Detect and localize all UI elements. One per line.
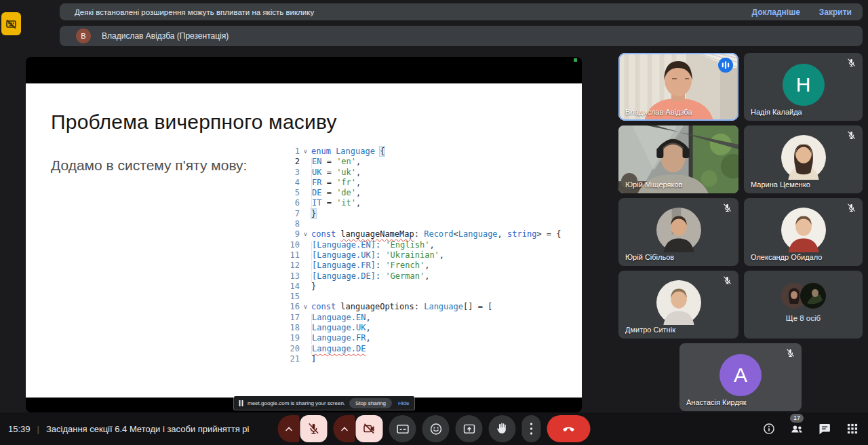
mic-off-icon	[846, 130, 856, 140]
participant-tile[interactable]: ААнастасія Кирдяк	[679, 343, 802, 411]
participant-tile[interactable]: Юрій Сібільов	[618, 198, 738, 266]
code-line: 16∨const languageOptions: Language[] = [	[283, 302, 575, 312]
participant-name: Юрій Міщеряков	[625, 180, 682, 189]
mic-off-icon	[722, 275, 732, 286]
participant-name: Владислав Авідзба	[625, 108, 692, 116]
presenter-bar: В Владислав Авідзба (Презентація)	[60, 26, 863, 46]
participant-name: Юрій Сібільов	[625, 253, 674, 261]
chat-icon	[818, 422, 831, 436]
meeting-details-button[interactable]	[760, 420, 778, 438]
vertical-dots-icon	[526, 422, 537, 436]
call-end-icon	[561, 421, 577, 437]
fold-chevron-icon[interactable]: ∨	[300, 229, 311, 239]
mic-mute-button[interactable]	[300, 415, 328, 442]
mic-off-icon	[846, 58, 856, 68]
banner-more-link[interactable]: Докладніше	[751, 7, 800, 17]
chrome-share-bar: meet.google.com is sharing your screen. …	[234, 396, 414, 410]
people-icon	[789, 421, 804, 436]
people-button[interactable]: 17	[788, 420, 806, 438]
google-meet-window: Деякі встановлені розширення можуть впли…	[0, 0, 868, 445]
fold-chevron-icon[interactable]: ∨	[300, 302, 311, 312]
chevron-up-icon	[340, 427, 348, 431]
code-line: 19Language.FR,	[283, 333, 575, 343]
banner-close-link[interactable]: Закрити	[819, 7, 852, 17]
code-line: 4FR = 'fr',	[283, 178, 575, 188]
participant-tile[interactable]: Дмитро Ситнік	[618, 271, 738, 338]
code-line: 11[Language.UK]: 'Ukrainian',	[283, 250, 575, 260]
participant-name: Марина Цеменко	[751, 180, 810, 189]
captions-icon	[395, 422, 410, 436]
mic-options-chevron[interactable]	[278, 415, 300, 442]
camera-off-icon	[363, 422, 376, 436]
participant-name: Дмитро Ситнік	[625, 326, 675, 334]
participants-count-badge: 17	[790, 414, 804, 423]
extensions-warning-banner: Деякі встановлені розширення можуть впли…	[60, 3, 863, 20]
avatar: Н	[783, 64, 825, 106]
overflow-count-label: Ще 8 осіб	[744, 314, 863, 322]
slide-title: Проблема вичерпного масиву	[51, 111, 337, 134]
smiley-icon	[429, 422, 443, 436]
chevron-up-icon	[285, 427, 292, 431]
chat-button[interactable]	[816, 420, 833, 438]
code-line: 2EN = 'en',	[283, 157, 575, 167]
participant-tile[interactable]: Ще 8 осіб	[744, 271, 863, 338]
stop-sharing-button[interactable]: Stop sharing	[349, 398, 392, 408]
code-line: 18Language.UK,	[283, 323, 575, 333]
code-line: 1∨enum Language {	[283, 147, 575, 157]
bottom-bar: 15:39 | Засідання секції 6.4 Методи і за…	[0, 412, 868, 445]
mic-off-icon	[846, 203, 856, 213]
captions-button[interactable]	[389, 415, 416, 442]
camera-off-button[interactable]	[356, 415, 383, 442]
code-line: 14}	[283, 282, 575, 292]
code-line: 10[Language.EN]: 'English',	[283, 240, 575, 250]
code-line: 9∨const languageNameMap: Record<Language…	[283, 229, 575, 239]
clock: 15:39	[8, 424, 31, 434]
keyboard-off-icon	[5, 18, 17, 30]
presenter-avatar: В	[76, 28, 91, 43]
raise-hand-button[interactable]	[489, 415, 516, 442]
fold-chevron-icon[interactable]: ∨	[300, 147, 311, 157]
participant-tile[interactable]: Юрій Міщеряков	[618, 125, 738, 193]
activities-button[interactable]	[844, 420, 861, 438]
code-line: 13[Language.DE]: 'German',	[283, 271, 575, 282]
code-line: 12[Language.FR]: 'French',	[283, 260, 575, 271]
participants-grid: Владислав АвідзбаННадія КалайдаЮрій Міще…	[618, 53, 863, 411]
participant-tile[interactable]: Владислав Авідзба	[618, 53, 738, 121]
reactions-button[interactable]	[422, 415, 450, 442]
presentation-active-dot	[574, 58, 577, 62]
hide-share-bar-button[interactable]: Hide	[396, 400, 411, 406]
info-icon	[762, 422, 776, 436]
camera-options-chevron[interactable]	[334, 415, 355, 442]
code-editor: 1∨enum Language {2EN = 'en',3UK = 'uk',4…	[283, 147, 575, 364]
presenter-name: Владислав Авідзба (Презентація)	[102, 31, 229, 41]
avatar: А	[719, 354, 762, 396]
slide: Проблема вичерпного масиву Додамо в сист…	[26, 83, 582, 398]
avatar	[781, 135, 826, 180]
participant-tile[interactable]: Олександр Обидало	[744, 198, 863, 266]
avatar	[781, 208, 826, 252]
code-line: 8	[283, 219, 575, 229]
code-line: 15	[283, 292, 575, 302]
participant-tile[interactable]: ННадія Калайда	[744, 53, 863, 121]
hand-icon	[496, 422, 509, 436]
participant-name: Олександр Обидало	[751, 253, 822, 261]
code-line: 21]	[283, 354, 575, 364]
banner-text: Деякі встановлені розширення можуть впли…	[75, 8, 314, 16]
code-line: 17Language.EN,	[283, 313, 575, 323]
pause-icon	[239, 400, 243, 406]
more-options-button[interactable]	[522, 415, 541, 442]
camera-control	[334, 415, 383, 442]
separator: |	[37, 424, 39, 434]
code-line: 7}	[283, 209, 575, 219]
present-screen-button[interactable]	[456, 415, 483, 442]
participant-tile[interactable]: Марина Цеменко	[744, 125, 863, 193]
call-controls	[278, 415, 591, 442]
participant-name: Анастасія Кирдяк	[686, 398, 747, 406]
end-call-button[interactable]	[547, 415, 591, 442]
participant-name: Надія Калайда	[751, 108, 802, 116]
code-line: 3UK = 'uk',	[283, 168, 575, 178]
extension-icon[interactable]	[1, 12, 21, 35]
apps-grid-icon	[846, 422, 859, 436]
slide-subtitle: Додамо в систему п'яту мову:	[51, 157, 247, 174]
avatar	[656, 280, 701, 325]
